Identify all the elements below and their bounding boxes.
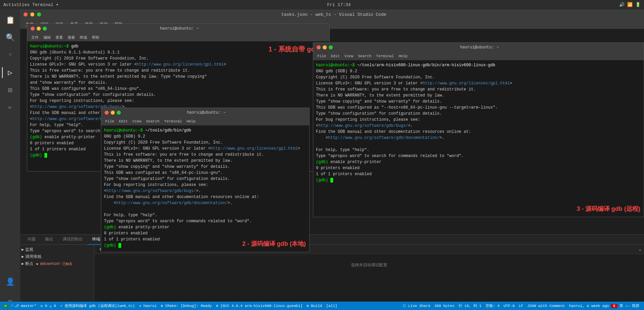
status-ime[interactable]: 英 ♪→ 简拼 — [617, 303, 641, 308]
status-cmake[interactable]: ⚙ CMake: [Debug]: Ready — [159, 304, 214, 308]
terminal-maximize-btn[interactable] — [43, 27, 47, 31]
status-build[interactable]: ⚙ Build — [305, 304, 324, 308]
terminal-right-close-btn[interactable] — [317, 45, 321, 49]
status-bar-left: ⊳ ⑂ ⎇ master* ↻ 0 △ 0 ⚡ 使用源码编译 gdb (远程调试… — [3, 303, 339, 308]
branch-icon: ⑂ — [11, 304, 13, 308]
status-bar-right: ⬡ Live Share 308 bytes 行 16, 列 1 空格: 4 U… — [401, 303, 641, 308]
vscode-title-controls-left — [24, 12, 41, 16]
terminal-main-controls — [31, 27, 47, 31]
annotation-1: 1 - 系统自带 gdb — [269, 45, 319, 53]
terminal-main-menubar: 文件 编辑 查看 搜索 终端 帮助 — [27, 33, 329, 41]
terminal-middle-menubar: File Edit View Search Terminal Help — [101, 117, 309, 125]
menu-search-m[interactable]: Search — [144, 119, 162, 124]
status-spaces[interactable]: 空格: 4 — [484, 303, 502, 308]
status-sync[interactable]: ↻ 0 △ 0 — [38, 304, 58, 308]
menu-help[interactable]: 帮助 — [90, 34, 101, 41]
terminal-bottom-content[interactable]: 选择并启动调试配置 — [94, 254, 644, 302]
sidebar-icon-source-control[interactable]: ⑂ — [2, 47, 18, 63]
sidebar-icon-explorer[interactable]: 📋 — [2, 12, 18, 28]
system-tray-icons: 🔊 📶 🔋 — [619, 2, 641, 7]
csdn-logo: S — [613, 304, 615, 308]
terminal-right-menubar: File Edit View Search Terminal Help — [313, 52, 644, 60]
menu-terminal[interactable]: 终端 — [78, 34, 89, 41]
remote-icon: ⊳ — [5, 304, 7, 308]
sidebar-icon-account[interactable]: 👤 — [2, 274, 18, 290]
menu-view-m[interactable]: View — [131, 119, 143, 124]
menu-edit-r[interactable]: Edit — [329, 53, 342, 59]
menu-terminal-r[interactable]: Terminal — [374, 53, 396, 59]
menu-search[interactable]: 搜索 — [66, 34, 77, 41]
annotation-3: 3 - 源码编译 gdb (远程) — [577, 205, 640, 212]
menu-help-m[interactable]: Help — [185, 119, 198, 124]
status-bar: ⊳ ⑂ ⎇ master* ↻ 0 △ 0 ⚡ 使用源码编译 gdb (远程调试… — [0, 302, 644, 310]
menu-view[interactable]: 查看 — [53, 34, 65, 41]
sidebar-icon-remote[interactable]: ⊳ — [2, 100, 18, 116]
menu-file[interactable]: 文件 — [29, 34, 41, 41]
menu-search-r[interactable]: Search — [356, 53, 373, 59]
terminal-right-titlebar: haorui@ubuntu: ~ — [313, 43, 644, 52]
menu-view-r[interactable]: View — [343, 53, 355, 59]
terminal-middle-close-btn[interactable] — [105, 111, 109, 115]
terminal-minimize-btn[interactable] — [37, 27, 41, 31]
debug-sidebar: ▶ 监视 ▶ 调用堆栈 ▶ 断点 ■ BREAKPOINT 已触发 — [20, 245, 94, 302]
tab-problems[interactable]: 问题 — [23, 234, 40, 245]
terminal-middle-minimize-btn[interactable] — [111, 111, 115, 115]
terminal-middle-titlebar: haorui@ubuntu: ~ — [101, 108, 309, 117]
breakpoint-indicator: ■ BREAKPOINT 已触发 — [36, 262, 72, 266]
terminal-middle-controls — [105, 111, 121, 115]
status-remote[interactable]: ⊳ — [3, 304, 9, 308]
terminal-right-title: haorui@ubuntu: ~ — [333, 45, 626, 50]
status-task[interactable]: ⚡ 使用源码编译 gdb (远程调试)(web_tc) — [58, 303, 137, 308]
status-line-col[interactable]: 行 16, 列 1 — [457, 303, 484, 308]
terminal-right-window: haorui@ubuntu: ~ File Edit View Search T… — [313, 42, 644, 217]
terminal-middle-title: haorui@ubuntu: ~ — [121, 110, 292, 115]
menu-help-r[interactable]: Help — [397, 53, 409, 59]
status-branch[interactable]: ⑂ ⎇ master* — [9, 304, 39, 308]
menu-file-r[interactable]: File — [315, 53, 328, 59]
status-all[interactable]: [all] — [324, 304, 339, 308]
vscode-maximize-btn[interactable] — [37, 12, 41, 16]
vscode-titlebar: tasks.json - web_tc - Visual Studio Code — [20, 9, 644, 20]
sidebar-icon-search[interactable]: 🔍 — [2, 30, 18, 46]
terminal-bottom-panel: bash + ⬜ 🗑 ⌄ 选择并启动调试配置 — [94, 245, 644, 302]
activities-label[interactable]: Activities — [3, 2, 30, 7]
system-bar: Activities Terminal ▾ Fri 17:34 🔊 📶 🔋 — [0, 0, 644, 9]
tab-output[interactable]: 输出 — [40, 234, 58, 245]
status-csdn[interactable]: S — [611, 304, 617, 308]
status-bytes[interactable]: 308 bytes — [432, 304, 456, 308]
system-time: Fri 17:34 — [327, 2, 351, 7]
terminal-middle-window: haorui@ubuntu: ~ File Edit View Search T… — [101, 108, 310, 252]
terminal-right-maximize-btn[interactable] — [329, 45, 333, 49]
terminal-collapse-btn[interactable]: ⌄ — [639, 247, 641, 252]
terminal-middle-maximize-btn[interactable] — [117, 111, 121, 115]
menu-file-m[interactable]: File — [103, 119, 116, 124]
status-time-ago[interactable]: haorui, a week ago — [567, 304, 611, 308]
terminal-main-title: haorui@ubuntu: ~ — [47, 26, 312, 31]
terminal-middle-content[interactable]: haorui@ubuntu:~$ ~/tools/gdb/bin/gdb GNU… — [101, 125, 309, 252]
tab-debug-console[interactable]: 调试控制台 — [58, 234, 87, 245]
debug-watch-section[interactable]: ▶ 监视 — [20, 246, 94, 253]
vscode-title: tasks.json - web_tc - Visual Studio Code — [281, 12, 386, 17]
status-live-share[interactable]: ⬡ Live Share — [401, 304, 433, 308]
terminal-right-minimize-btn[interactable] — [323, 45, 327, 49]
status-line-ending[interactable]: LF — [517, 304, 525, 308]
debug-callstack-section[interactable]: ▶ 调用堆栈 — [20, 253, 94, 260]
menu-edit-m[interactable]: Edit — [117, 119, 130, 124]
sidebar-icon-debug[interactable]: ▷ — [2, 65, 18, 81]
status-user[interactable]: ✦ haorui — [137, 304, 159, 308]
vscode-close-btn[interactable] — [24, 12, 28, 16]
status-encoding[interactable]: UTF-8 — [502, 304, 517, 308]
terminal-label[interactable]: Terminal ▾ — [32, 2, 59, 7]
status-gcc[interactable]: ⚙ [GCC 4.9.4 arm-hisiv600-linux-gueabi] — [214, 304, 305, 308]
sidebar-icon-extensions[interactable]: ⊞ — [2, 82, 18, 98]
terminal-right-content[interactable]: haorui@ubuntu:~$ ~/tools/arm-hisiv600-li… — [313, 60, 644, 217]
vscode-minimize-btn[interactable] — [30, 12, 34, 16]
selection-hint: 选择并启动调试配置 — [97, 262, 641, 268]
debug-breakpoints-section[interactable]: ▶ 断点 ■ BREAKPOINT 已触发 — [20, 260, 94, 267]
status-language[interactable]: JSON with Comment — [525, 304, 567, 308]
terminal-close-btn[interactable] — [31, 27, 35, 31]
sidebar: 📋 🔍 ⑂ ▷ ⊞ ⊳ 👤 ⚙ — [0, 9, 20, 310]
menu-terminal-m[interactable]: Terminal — [162, 119, 184, 124]
menu-edit[interactable]: 编辑 — [41, 34, 53, 41]
annotation-2: 2 - 源码编译 gdb (本地) — [242, 240, 306, 247]
